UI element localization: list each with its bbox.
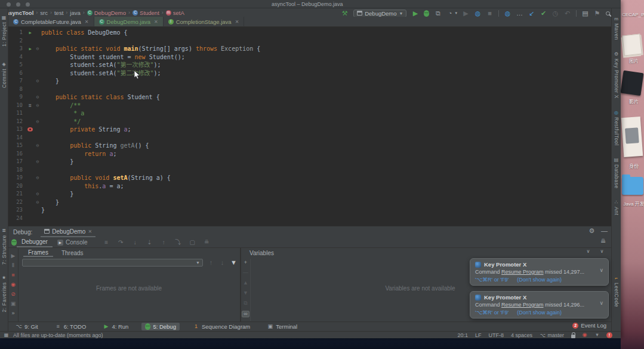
expand-chevron-icon[interactable]: ∨ <box>599 267 603 273</box>
resume-program-icon[interactable]: ▶ <box>10 253 17 259</box>
shortcut-hint-link[interactable]: '⌥⌘R' or 'F9' <box>475 310 509 316</box>
debug-icon[interactable] <box>424 10 429 17</box>
desktop-icon-printer[interactable] <box>621 117 643 157</box>
close-icon[interactable]: ✕ <box>88 229 92 234</box>
breadcrumb-item[interactable]: src <box>40 10 48 16</box>
fold-icon[interactable]: ⊖ <box>34 118 41 126</box>
code-line[interactable]: 6 student.setA("第二次修改"); <box>8 69 611 78</box>
step-over-icon[interactable]: ↷ <box>118 240 124 246</box>
search-everywhere-icon[interactable] <box>606 11 610 16</box>
code-line[interactable]: 3▶⊖ public static void main(String[] arg… <box>8 45 611 53</box>
code-line[interactable]: 2 <box>8 37 611 45</box>
breadcrumb-item[interactable]: CStudent <box>133 10 159 16</box>
event-log-button[interactable]: 2 Event Log <box>572 322 606 329</box>
minimize-window-icon[interactable] <box>16 2 20 7</box>
pin-flag-icon[interactable]: ⚑ <box>594 10 600 17</box>
vcs-commit-icon[interactable]: ✔ <box>540 10 547 17</box>
fold-icon[interactable]: ⊖ <box>34 198 41 207</box>
tab-frames[interactable]: Frames <box>23 249 53 257</box>
toolwindow-button-6-todo[interactable]: ≡6: TODO <box>51 323 90 330</box>
tab-console[interactable]: ▶Console <box>53 237 93 247</box>
watchpoint-gutter-icon[interactable] <box>26 125 34 134</box>
toolwindow-button-key-promoter-x[interactable]: ⚙Key Promoter X <box>613 52 620 99</box>
dropdown-arrow-icon[interactable]: ▾ <box>455 11 457 16</box>
toolwindow-button-2-favorites[interactable]: ★2: Favorites <box>1 275 7 312</box>
breadcrumb-item[interactable]: test <box>54 10 63 16</box>
tab-threads[interactable]: Threads <box>57 250 88 256</box>
stop-process-icon[interactable]: ■ <box>10 273 17 278</box>
plugin-status-icon[interactable]: ▾ <box>594 332 600 338</box>
pause-program-icon[interactable]: Ⅱ <box>10 263 17 268</box>
run-configuration-selector[interactable]: DebugDemo ▼ <box>353 10 406 17</box>
build-hammer-icon[interactable]: ⚒ <box>341 10 348 17</box>
plugin-globe-2-icon[interactable]: ◍ <box>504 10 511 17</box>
gradle-sync-error-icon[interactable]: ◉ <box>581 332 588 338</box>
desktop-icon-folder[interactable] <box>622 177 643 195</box>
code-line[interactable]: 1▶public class DebugDemo { <box>8 29 611 37</box>
error-indicator-icon[interactable] <box>606 332 612 338</box>
close-tab-icon[interactable]: ✕ <box>235 19 239 25</box>
code-line[interactable]: 20 this.a = a; <box>8 182 611 191</box>
code-line[interactable]: 16 return a; <box>8 150 611 158</box>
collapse-chevron-icon[interactable]: ∨ <box>585 249 591 254</box>
thread-selector-dropdown[interactable]: ▼ <box>22 259 203 267</box>
editor-tab[interactable]: CCompletableFuture.java✕ <box>8 17 94 26</box>
step-out-icon[interactable]: ↑ <box>161 240 167 246</box>
close-window-icon[interactable] <box>7 2 11 7</box>
toolwindow-button-leetcode[interactable]: ⌐LeetCode <box>613 276 620 307</box>
layout-settings-icon[interactable]: ≞ <box>600 238 606 245</box>
more-ellipsis-icon[interactable]: … <box>516 10 523 17</box>
view-breakpoints-icon[interactable]: ◉ <box>10 282 17 287</box>
code-line[interactable]: 11 * a <box>8 109 611 118</box>
code-editor[interactable]: 1▶public class DebugDemo {23▶⊖ public st… <box>8 27 611 226</box>
fold-icon[interactable]: ⊖ <box>34 45 41 53</box>
drop-frame-icon[interactable]: ⤵ <box>175 240 181 246</box>
toolwindow-button-1-project[interactable]: ▦1: Project <box>1 16 7 47</box>
notification-balloon[interactable]: Key Promoter X∨Command Resume Program mi… <box>470 291 609 319</box>
resume-program-link[interactable]: Resume Program <box>501 302 544 308</box>
code-line[interactable]: 8 <box>8 85 611 94</box>
code-line[interactable]: 21⊖ } <box>8 190 611 198</box>
toolwindow-button-terminal[interactable]: ▣Terminal <box>263 323 301 330</box>
breadcrumb-item[interactable]: msetA <box>166 10 184 16</box>
hide-chevron-icon[interactable]: ∨ <box>599 249 605 254</box>
close-tab-icon[interactable]: ✕ <box>85 19 89 25</box>
toolwindow-button-5-debug[interactable]: 5: Debug <box>141 323 180 330</box>
expand-chevron-icon[interactable]: ∨ <box>599 300 603 306</box>
show-execution-point-icon[interactable]: ≡ <box>103 240 110 246</box>
fold-icon[interactable]: ⊖ <box>34 77 41 85</box>
fold-icon[interactable]: ⊖ <box>34 190 41 198</box>
code-line[interactable]: 13 private String a; <box>8 125 611 134</box>
code-line[interactable]: 23} <box>8 206 611 215</box>
tab-debugger[interactable]: Debugger <box>17 237 53 247</box>
filter-icon[interactable]: ▼ <box>230 259 237 266</box>
code-line[interactable]: 15⊖ public String getA() { <box>8 142 611 150</box>
run-to-cursor-icon[interactable]: ▢ <box>189 240 196 246</box>
code-line[interactable]: 24 <box>8 215 611 223</box>
fold-icon[interactable]: ⊖ <box>34 102 41 110</box>
breadcrumb-item[interactable]: asyncTool <box>6 10 33 16</box>
toolwindow-button-restfultool[interactable]: ◎RestfulTool <box>613 111 620 146</box>
doc-comment-gutter-icon[interactable]: ≣ <box>26 102 34 110</box>
run-icon[interactable]: ▶ <box>412 10 418 17</box>
toolwindow-button-7-structure[interactable]: ≣7: Structure <box>1 228 7 265</box>
toolwindow-button-sequence-diagram[interactable]: 1Sequence Diagram <box>189 323 254 330</box>
maximize-window-icon[interactable] <box>26 2 30 7</box>
editor-tab[interactable]: ICompletionStage.java✕ <box>164 17 245 26</box>
project-structure-icon[interactable]: ▤ <box>582 10 588 17</box>
settings-gear-icon[interactable]: ⚙ <box>588 228 595 234</box>
code-line[interactable]: 10≣⊖ /** <box>8 102 611 110</box>
breadcrumb-item[interactable]: java <box>70 10 80 16</box>
plugin-globe-icon[interactable]: ◍ <box>474 10 481 17</box>
shortcut-hint-link[interactable]: '⌥⌘R' or 'F9' <box>475 277 509 283</box>
hide-window-icon[interactable]: — <box>601 228 608 234</box>
code-line[interactable]: 14 <box>8 134 611 142</box>
fold-icon[interactable]: ⊖ <box>34 158 41 166</box>
code-line[interactable]: 4 Student student = new Student(); <box>8 53 611 62</box>
caret-position[interactable]: 20:1 <box>457 332 468 338</box>
new-watch-icon[interactable]: + <box>242 260 249 265</box>
desktop-icon-photos[interactable] <box>622 34 642 56</box>
code-line[interactable]: 7⊖ } <box>8 77 611 85</box>
fold-icon[interactable]: ⊖ <box>34 142 41 150</box>
toolwindow-button-database[interactable]: ▤Database <box>613 158 620 188</box>
